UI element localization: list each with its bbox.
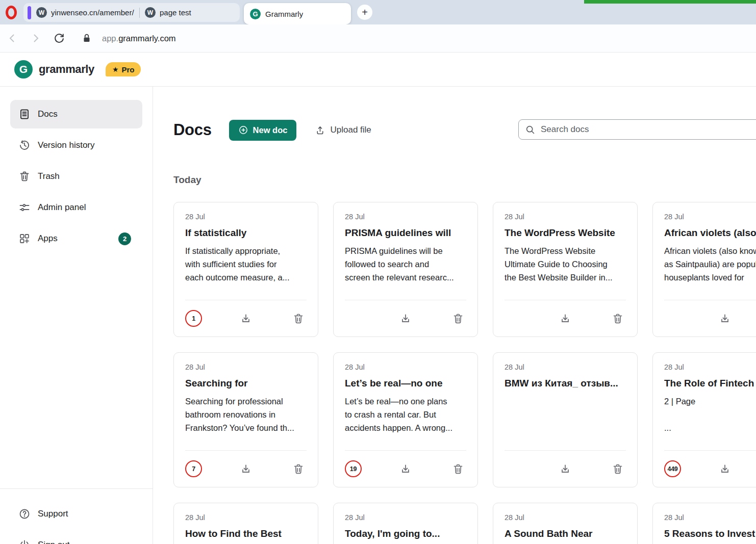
doc-date: 28 Jul [345,213,466,221]
tab-yinwenseo[interactable]: W yinwenseo.cn/amember/ [31,3,139,22]
inactive-tab-group: W yinwenseo.cn/amember/ W page test [23,3,240,22]
doc-preview: Let’s be real—no one plans to crash a re… [345,395,466,434]
delete-button[interactable] [290,310,307,327]
version-history-icon [18,139,31,151]
sidebar-item-docs[interactable]: Docs [10,100,142,128]
download-button[interactable] [557,460,574,477]
doc-date: 28 Jul [345,513,466,522]
sidebar-item-admin-panel[interactable]: Admin panel [10,193,142,222]
download-button[interactable] [717,310,734,327]
alerts-count-badge: 449 [664,460,681,477]
doc-title: Today, I'm going to... [345,528,466,539]
doc-card[interactable]: 28 Jul 5 Reasons to Invest [652,503,756,544]
download-button[interactable] [717,460,734,477]
doc-card[interactable]: 28 Jul The Role of Fintech 2 | Page ... … [652,352,756,487]
alerts-count-badge: 1 [185,310,202,327]
doc-date: 28 Jul [664,513,756,522]
doc-preview: 2 | Page ... [664,395,756,434]
doc-date: 28 Jul [505,513,626,522]
pro-badge: ★ Pro [106,62,141,76]
upload-file-button[interactable]: Upload file [315,125,371,136]
sidebar-item-sign-out[interactable]: Sign out [10,531,143,544]
doc-title: PRISMA guidelines will [345,227,466,239]
main-content: Docs New doc Upload file Today 28 Jul If… [153,87,756,544]
doc-preview: The WordPress Website Ultimate Guide to … [505,244,626,284]
url-text[interactable]: app.grammarly.com [102,34,176,43]
download-button[interactable] [557,310,574,327]
doc-card[interactable]: 28 Jul A Sound Bath Near [493,503,638,544]
doc-title: 5 Reasons to Invest [664,528,756,539]
sidebar-item-support[interactable]: Support [10,500,143,528]
sidebar-item-version-history[interactable]: Version history [10,131,142,160]
download-button[interactable] [238,310,255,327]
sidebar-item-label: Version history [38,140,95,150]
doc-date: 28 Jul [505,213,626,221]
doc-card[interactable]: 28 Jul PRISMA guidelines will PRISMA gui… [333,202,478,337]
sidebar-item-label: Apps [38,234,58,244]
doc-card[interactable]: 28 Jul How to Find the Best [173,503,318,544]
doc-card[interactable]: 28 Jul Searching for Searching for profe… [173,352,318,487]
tab-page-test[interactable]: W page test [140,3,196,22]
tab-grammarly-active[interactable]: G Grammarly [244,3,351,24]
support-icon [18,508,31,520]
doc-title: How to Find the Best [185,528,307,539]
url-domain: grammarly.com [118,34,175,43]
delete-button[interactable] [290,460,307,477]
delete-button[interactable] [449,460,466,477]
doc-card-footer [505,300,626,336]
download-button[interactable] [238,460,255,477]
doc-card[interactable]: 28 Jul If statistically If statistically… [173,202,318,337]
download-button[interactable] [397,310,414,327]
sidebar-item-label: Docs [38,109,58,119]
doc-card[interactable]: 28 Jul Let’s be real—no one Let’s be rea… [333,352,478,487]
new-doc-button[interactable]: New doc [229,120,297,141]
plus-circle-icon [238,125,248,135]
docs-icon [18,108,31,120]
new-tab-button[interactable]: + [357,5,372,20]
grammarly-favicon: G [250,9,261,19]
download-button[interactable] [397,460,414,477]
doc-card-footer: 7 [185,450,307,487]
doc-card[interactable]: 28 Jul Today, I'm going to... [333,503,478,544]
doc-card-footer: 19 [345,450,466,487]
doc-card[interactable]: 28 Jul The WordPress Website The WordPre… [493,202,638,337]
sidebar-item-apps[interactable]: Apps 2 [10,224,142,253]
sidebar-item-label: Sign out [38,540,69,544]
forward-button[interactable] [30,32,42,44]
doc-preview: If statistically appropriate, with suffi… [185,244,307,284]
doc-title: African violets (also known [664,227,756,239]
doc-preview: Searching for professional bathroom reno… [185,395,307,434]
tab-title: page test [160,8,191,17]
page-title: Docs [173,121,212,139]
doc-card-footer [505,450,626,487]
search-input[interactable] [541,124,756,135]
search-icon [525,124,536,135]
wordpress-favicon: W [36,7,47,18]
search-box[interactable] [518,119,756,140]
apps-icon [18,232,31,245]
doc-card[interactable]: 28 Jul BMW из Китая_ отзыв... [493,352,638,487]
alerts-count-badge: 19 [345,460,362,477]
doc-card[interactable]: 28 Jul African violets (also known Afric… [652,202,756,337]
doc-date: 28 Jul [185,363,307,371]
trash-icon [18,170,31,183]
opera-logo-icon[interactable] [6,6,17,19]
sidebar-footer: Support Sign out [0,488,153,544]
new-doc-label: New doc [253,125,288,135]
sidebar-item-trash[interactable]: Trash [10,162,142,191]
delete-button[interactable] [609,460,626,477]
tab-title: Grammarly [265,10,303,18]
reload-button[interactable] [53,32,65,44]
doc-date: 28 Jul [664,363,756,371]
doc-title: Let’s be real—no one [345,378,466,389]
docs-header: Docs New doc Upload file [173,117,756,143]
address-bar: app.grammarly.com [0,24,756,53]
back-button[interactable] [6,32,18,44]
grammarly-wordmark: grammarly [39,63,94,76]
doc-title: A Sound Bath Near [505,528,626,539]
delete-button[interactable] [609,310,626,327]
delete-button[interactable] [449,310,466,327]
lock-icon[interactable] [81,32,93,44]
alerts-count-badge: 7 [185,460,202,477]
sidebar-nav: Docs Version history Trash Admin panel A… [0,87,153,253]
